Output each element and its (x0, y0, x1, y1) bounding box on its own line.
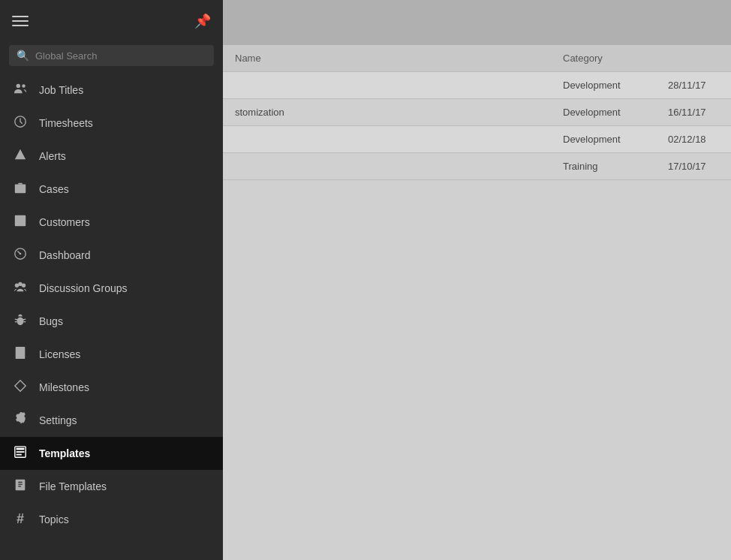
cell-date: 16/11/17 (656, 99, 731, 125)
svg-point-0 (17, 84, 20, 88)
cases-icon (12, 181, 29, 197)
sidebar-item-alerts[interactable]: Alerts (0, 140, 223, 173)
sidebar-item-label-customers: Customers (39, 216, 90, 228)
table-header: Name Category (223, 45, 731, 72)
cell-category: Training (551, 153, 656, 179)
sidebar-item-job-titles[interactable]: Job Titles (0, 74, 223, 107)
sidebar-header: 📌 (0, 0, 223, 42)
cell-name: stomization (223, 99, 551, 125)
sidebar-item-label-topics: Topics (39, 513, 69, 525)
svg-rect-24 (17, 448, 25, 450)
sidebar-item-settings[interactable]: Settings (0, 404, 223, 437)
search-box: 🔍 (9, 45, 214, 66)
sidebar-item-label-licenses: Licenses (39, 348, 80, 360)
sidebar-item-discussion-groups[interactable]: Discussion Groups (0, 272, 223, 305)
sidebar-item-label-file-templates: File Templates (39, 480, 107, 492)
cell-category: Development (551, 72, 656, 98)
search-icon: 🔍 (17, 50, 29, 62)
svg-line-14 (15, 319, 18, 320)
sidebar-item-label-templates: Templates (39, 447, 90, 459)
sidebar-item-templates[interactable]: Templates (0, 437, 223, 470)
sidebar-item-label-cases: Cases (39, 183, 69, 195)
svg-rect-26 (17, 454, 22, 456)
svg-rect-20 (17, 352, 23, 353)
svg-rect-21 (17, 354, 21, 355)
svg-line-15 (23, 319, 26, 320)
sidebar-item-label-bugs: Bugs (39, 315, 63, 327)
svg-rect-19 (17, 350, 23, 351)
sidebar-item-label-dashboard: Dashboard (39, 249, 91, 261)
table-row[interactable]: Training17/10/17 (223, 153, 731, 180)
cell-name (223, 153, 551, 179)
table-row[interactable]: stomizationDevelopment16/11/17 (223, 99, 731, 126)
main-content: Name Category Development28/11/17stomiza… (223, 0, 731, 560)
column-name-header: Name (223, 45, 551, 71)
sidebar-item-timesheets[interactable]: Timesheets (0, 107, 223, 140)
svg-point-9 (20, 253, 22, 255)
search-input[interactable] (35, 50, 206, 62)
table-area: Name Category Development28/11/17stomiza… (223, 45, 731, 180)
cell-name (223, 126, 551, 152)
licenses-icon (12, 346, 29, 363)
milestones-icon (12, 379, 29, 396)
sidebar-item-bugs[interactable]: Bugs (0, 305, 223, 338)
svg-point-1 (22, 84, 26, 88)
search-container: 🔍 (0, 42, 223, 74)
sidebar-item-customers[interactable]: Customers (0, 206, 223, 239)
svg-rect-6 (17, 221, 24, 222)
sidebar-item-topics[interactable]: #Topics (0, 503, 223, 535)
sidebar-item-file-templates[interactable]: File Templates (0, 470, 223, 503)
column-category-header: Category (551, 45, 656, 71)
column-date-header (656, 45, 731, 71)
svg-point-13 (17, 317, 24, 325)
svg-rect-7 (17, 224, 21, 225)
svg-rect-25 (17, 451, 25, 453)
sidebar-item-label-milestones: Milestones (39, 381, 89, 393)
cell-date: 17/10/17 (656, 153, 731, 179)
svg-rect-3 (15, 185, 26, 194)
sidebar-item-label-discussion-groups: Discussion Groups (39, 282, 128, 294)
cell-name (223, 72, 551, 98)
job-titles-icon (12, 82, 29, 98)
cell-date: 02/12/18 (656, 126, 731, 152)
sidebar-item-licenses[interactable]: Licenses (0, 338, 223, 371)
sidebar-item-milestones[interactable]: Milestones (0, 371, 223, 404)
cell-date: 28/11/17 (656, 72, 731, 98)
sidebar-item-label-timesheets: Timesheets (39, 117, 93, 129)
table-row[interactable]: Development28/11/17 (223, 72, 731, 99)
alerts-icon (12, 148, 29, 164)
discussion-groups-icon (12, 280, 29, 297)
bugs-icon (12, 313, 29, 330)
svg-point-12 (22, 284, 26, 288)
templates-icon (12, 445, 29, 462)
cell-category: Development (551, 99, 656, 125)
svg-marker-22 (15, 381, 26, 391)
topics-icon: # (12, 511, 29, 527)
svg-rect-27 (16, 480, 26, 490)
cell-category: Development (551, 126, 656, 152)
svg-rect-5 (17, 218, 24, 219)
sidebar: 📌 🔍 Job TitlesTimesheetsAlertsCasesCusto… (0, 0, 223, 560)
sidebar-item-label-alerts: Alerts (39, 150, 66, 162)
dashboard-icon (12, 247, 29, 263)
settings-icon (12, 412, 29, 429)
main-inner: Name Category Development28/11/17stomiza… (223, 45, 731, 560)
customers-icon (12, 214, 29, 230)
sidebar-item-label-settings: Settings (39, 414, 77, 426)
file-templates-icon (12, 478, 29, 495)
sidebar-item-dashboard[interactable]: Dashboard (0, 239, 223, 272)
pin-icon[interactable]: 📌 (194, 13, 211, 29)
sidebar-item-cases[interactable]: Cases (0, 173, 223, 206)
timesheets-icon (12, 115, 29, 131)
hamburger-menu-button[interactable] (12, 16, 29, 26)
table-row[interactable]: Development02/12/18 (223, 126, 731, 153)
sidebar-item-label-job-titles: Job Titles (39, 84, 83, 96)
